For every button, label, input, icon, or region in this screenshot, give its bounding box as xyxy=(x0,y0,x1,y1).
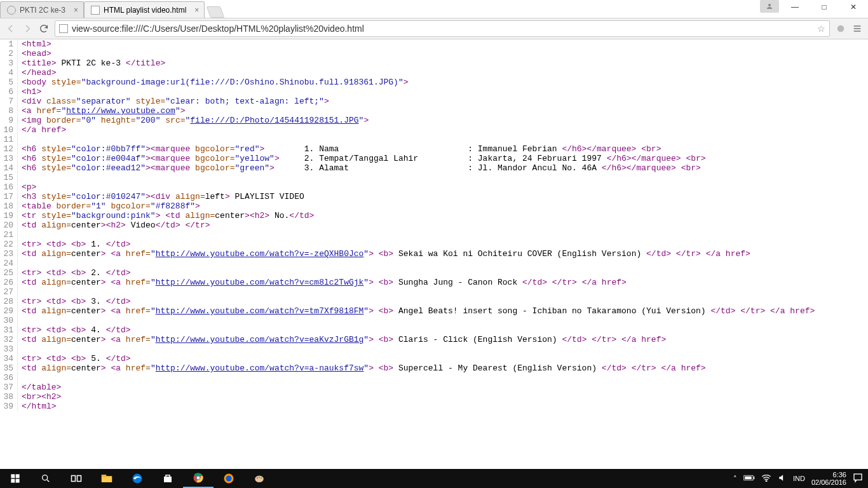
source-line: 3<title> PKTI 2C ke-3 </title> xyxy=(0,58,868,68)
line-code[interactable]: <html> xyxy=(18,39,51,49)
svg-rect-2 xyxy=(16,474,20,478)
source-link[interactable]: http://www.youtube.com/watch?v=tm7Xf9818… xyxy=(156,306,364,316)
svg-point-15 xyxy=(226,476,232,482)
line-code[interactable]: <body style="background-image:url(file:/… xyxy=(18,78,409,87)
profile-button[interactable] xyxy=(760,0,779,13)
line-number: 34 xyxy=(0,354,18,363)
search-icon[interactable] xyxy=(31,469,61,488)
svg-point-23 xyxy=(766,480,767,482)
line-code[interactable] xyxy=(18,344,22,354)
line-number: 21 xyxy=(0,230,18,240)
line-code[interactable]: <h6 style="color:#0bb7ff"><marquee bgcol… xyxy=(18,144,661,154)
line-code[interactable] xyxy=(18,135,22,144)
source-line: 36 xyxy=(0,373,868,383)
line-code[interactable]: </head> xyxy=(18,68,57,78)
source-line: 13<h6 style="color:#e004af"><marquee bgc… xyxy=(0,154,868,163)
action-center-icon[interactable] xyxy=(853,473,863,484)
line-code[interactable]: <tr> <td> <b> 4. </td> xyxy=(18,325,131,335)
source-line: 7<div class="separator" style="clear: bo… xyxy=(0,97,868,106)
source-line: 1<html> xyxy=(0,39,868,49)
tab-active[interactable]: HTML playlist video.html × xyxy=(84,1,205,18)
line-code[interactable]: <tr> <td> <b> 5. </td> xyxy=(18,354,131,363)
line-code[interactable]: <tr style="background:pink"> <td align=c… xyxy=(18,211,314,220)
back-button[interactable] xyxy=(5,23,17,34)
line-code[interactable]: <br><h2> xyxy=(18,392,61,402)
line-code[interactable]: <h3 style="color:#010247"><div align=lef… xyxy=(18,192,304,201)
line-code[interactable]: <a href="http://www.youtube.com"> xyxy=(18,106,186,116)
tab-close-icon[interactable]: × xyxy=(74,6,78,15)
reload-button[interactable] xyxy=(38,23,50,34)
close-button[interactable]: ✕ xyxy=(839,0,868,14)
source-link[interactable]: http://www.youtube.com xyxy=(66,106,175,116)
line-code[interactable]: </html> xyxy=(18,402,57,411)
volume-icon xyxy=(778,473,787,484)
tab-inactive[interactable]: PKTI 2C ke-3 × xyxy=(0,1,84,18)
menu-icon[interactable] xyxy=(851,23,863,34)
source-link[interactable]: file:///D:/Photo/1454411928151.JPG xyxy=(190,116,358,125)
line-code[interactable] xyxy=(18,316,22,325)
line-code[interactable]: <img border="0" height="200" src="file:/… xyxy=(18,116,369,125)
line-number: 35 xyxy=(0,363,18,373)
line-code[interactable]: <tr> <td> <b> 1. </td> xyxy=(18,240,131,249)
language-indicator[interactable]: IND xyxy=(793,475,805,482)
line-code[interactable]: <td align=center> <a href="http://www.yo… xyxy=(18,306,815,316)
source-line: 33 xyxy=(0,344,868,354)
line-code[interactable]: <td align=center> <a href="http://www.yo… xyxy=(18,249,750,259)
source-link[interactable]: http://www.youtube.com/watch?v=eaKvzJrGB… xyxy=(156,335,364,344)
store-icon[interactable] xyxy=(153,469,183,488)
file-explorer-icon[interactable] xyxy=(92,469,122,488)
address-bar[interactable]: view-source:file:///C:/Users/User/Deskto… xyxy=(55,20,830,37)
line-code[interactable]: <td align=center> <a href="http://www.yo… xyxy=(18,278,627,287)
line-code[interactable] xyxy=(18,287,22,297)
extensions-icon[interactable] xyxy=(835,23,846,34)
line-code[interactable] xyxy=(18,373,22,383)
svg-point-5 xyxy=(43,475,48,480)
new-tab-button[interactable] xyxy=(207,6,225,18)
line-code[interactable]: <td align=center> <a href="http://www.yo… xyxy=(18,335,666,344)
minimize-button[interactable]: — xyxy=(780,0,810,14)
source-link[interactable]: http://www.youtube.com/watch?v=a-nauksf7… xyxy=(156,363,364,373)
file-icon xyxy=(59,24,68,33)
line-code[interactable]: <div class="separator" style="clear: bot… xyxy=(18,97,329,106)
line-code[interactable] xyxy=(18,230,22,240)
task-view-icon[interactable] xyxy=(61,469,92,488)
line-code[interactable]: <head> xyxy=(18,49,51,58)
edge-icon[interactable] xyxy=(122,469,153,488)
tab-close-icon[interactable]: × xyxy=(194,6,199,15)
line-code[interactable]: <h1> xyxy=(18,87,41,97)
line-code[interactable]: <h6 style="color:#eead12"><marquee bgcol… xyxy=(18,163,701,173)
line-code[interactable] xyxy=(18,173,22,182)
line-code[interactable]: <tr> <td> <b> 3. </td> xyxy=(18,297,131,306)
line-code[interactable]: <td align=center><h2> Video</td> </tr> xyxy=(18,220,210,230)
source-line: 20<td align=center><h2> Video</td> </tr> xyxy=(0,220,868,230)
source-line: 34<tr> <td> <b> 5. </td> xyxy=(0,354,868,363)
line-code[interactable]: <table border="1" bgcolor="#f8288f"> xyxy=(18,201,200,211)
source-line: 37</table> xyxy=(0,383,868,392)
line-number: 38 xyxy=(0,392,18,402)
line-number: 18 xyxy=(0,201,18,211)
paint-icon[interactable] xyxy=(244,469,275,488)
line-code[interactable]: <tr> <td> <b> 2. </td> xyxy=(18,268,131,278)
chrome-icon[interactable] xyxy=(183,469,214,488)
line-number: 25 xyxy=(0,268,18,278)
source-link[interactable]: http://www.youtube.com/watch?v=cm8lc2TwG… xyxy=(156,278,364,287)
bookmark-icon[interactable]: ☆ xyxy=(817,24,825,34)
line-code[interactable] xyxy=(18,259,22,268)
forward-button[interactable] xyxy=(22,23,33,34)
line-code[interactable]: <td align=center> <a href="http://www.yo… xyxy=(18,363,706,373)
clock[interactable]: 6:36 02/06/2016 xyxy=(811,471,846,486)
line-code[interactable]: <title> PKTI 2C ke-3 </title> xyxy=(18,58,165,68)
firefox-icon[interactable] xyxy=(214,469,244,488)
maximize-button[interactable]: □ xyxy=(810,0,839,14)
line-code[interactable]: <h6 style="color:#e004af"><marquee bgcol… xyxy=(18,154,706,163)
start-button[interactable] xyxy=(0,469,31,488)
tray-up-icon[interactable]: ˄ xyxy=(733,475,737,483)
source-link[interactable]: http://www.youtube.com/watch?v=-zeQXHB0J… xyxy=(156,249,364,259)
system-tray[interactable]: ˄ IND 6:36 02/06/2016 xyxy=(733,471,868,486)
line-code[interactable]: <p> xyxy=(18,182,36,192)
line-code[interactable]: </a href> xyxy=(18,125,66,135)
svg-rect-9 xyxy=(102,475,107,477)
svg-rect-21 xyxy=(754,477,755,480)
source-viewport[interactable]: 1<html>2<head>3<title> PKTI 2C ke-3 </ti… xyxy=(0,39,868,469)
line-code[interactable]: </table> xyxy=(18,383,61,392)
